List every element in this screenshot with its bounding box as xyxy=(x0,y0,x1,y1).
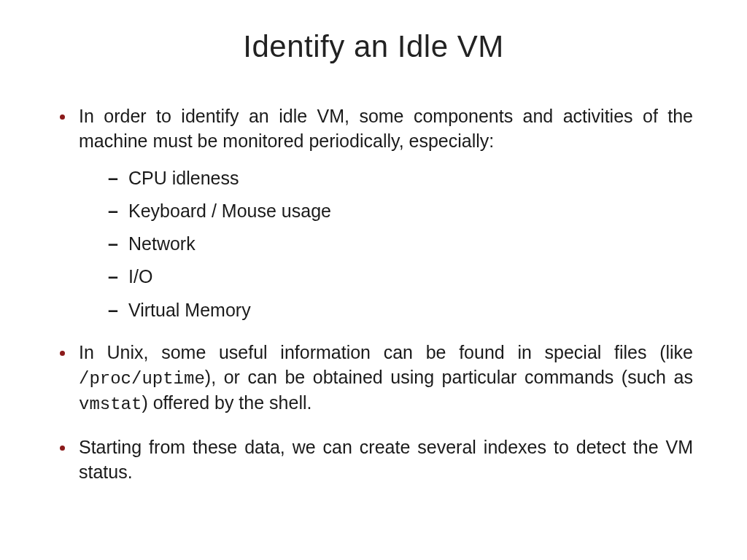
sub-item-vmem: Virtual Memory xyxy=(108,299,693,322)
sub-item-network: Network xyxy=(108,233,693,255)
bullet-3: Starting from these data, we can create … xyxy=(54,435,693,485)
slide-title: Identify an Idle VM xyxy=(44,29,703,64)
bullet-2-part1: In Unix, some useful information can be … xyxy=(79,342,693,362)
bullet-1-text: In order to identify an idle VM, some co… xyxy=(79,106,693,151)
bullet-1: In order to identify an idle VM, some co… xyxy=(54,104,693,322)
bullet-list: In order to identify an idle VM, some co… xyxy=(54,104,693,485)
code-proc-uptime: /proc/uptime xyxy=(79,369,205,389)
sub-item-io: I/O xyxy=(108,265,693,288)
bullet-2: In Unix, some useful information can be … xyxy=(54,341,693,417)
sub-item-kbmouse: Keyboard / Mouse usage xyxy=(108,200,693,222)
bullet-2-part2: ), or can be obtained using particular c… xyxy=(205,367,693,387)
sub-item-cpu: CPU idleness xyxy=(108,167,693,190)
slide: Identify an Idle VM In order to identify… xyxy=(0,0,747,560)
bullet-2-part3: ) offered by the shell. xyxy=(142,392,311,413)
code-vmstat: vmstat xyxy=(79,394,142,414)
sub-list: CPU idleness Keyboard / Mouse usage Netw… xyxy=(108,167,693,322)
